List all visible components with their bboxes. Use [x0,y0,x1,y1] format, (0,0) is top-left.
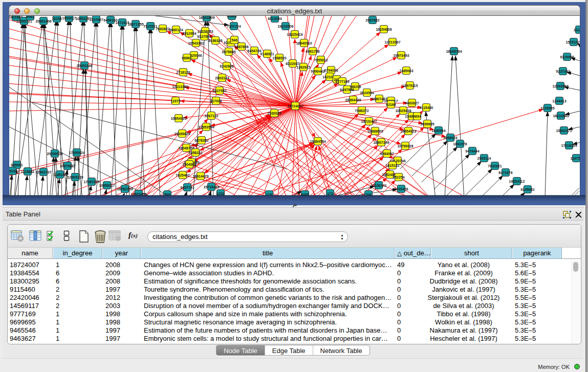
svg-text:111246: 111246 [574,28,580,32]
svg-text:9694: 9694 [413,115,421,118]
svg-text:6794028: 6794028 [324,69,338,72]
svg-text:9474444: 9474444 [465,149,479,153]
svg-text:14136141: 14136141 [371,184,386,187]
svg-text:10973493: 10973493 [393,54,409,57]
svg-text:7986372: 7986372 [355,109,368,113]
svg-text:2718126: 2718126 [176,71,190,74]
svg-text:17359924: 17359924 [69,151,84,155]
svg-text:8912954: 8912954 [182,32,196,35]
svg-text:1527607: 1527607 [89,18,103,21]
svg-text:2081: 2081 [26,16,34,18]
svg-text:9242848: 9242848 [220,64,233,68]
svg-text:18807249: 18807249 [373,141,389,144]
svg-text:16033809: 16033809 [199,16,214,19]
svg-text:16671355: 16671355 [127,23,143,26]
svg-text:62160: 62160 [386,103,396,106]
svg-text:8813054: 8813054 [268,17,281,20]
svg-text:9457791: 9457791 [180,186,194,189]
svg-text:7955812: 7955812 [314,58,328,62]
svg-text:19218506: 19218506 [277,25,293,28]
svg-text:9227342: 9227342 [556,70,570,73]
svg-text:2530025: 2530025 [267,112,281,115]
svg-text:6961758: 6961758 [306,50,319,53]
svg-text:9084067: 9084067 [380,152,394,156]
svg-text:16782759: 16782759 [117,187,133,191]
svg-text:12505135: 12505135 [67,176,83,179]
svg-text:10958117: 10958117 [99,184,115,187]
svg-text:2935114: 2935114 [477,157,491,160]
svg-text:17016504: 17016504 [561,144,577,147]
svg-text:8878352: 8878352 [194,139,208,142]
svg-text:1903017: 1903017 [62,16,76,20]
svg-text:9146821: 9146821 [260,52,274,56]
svg-text:16640910: 16640910 [296,41,312,45]
svg-text:1362615: 1362615 [296,65,310,69]
svg-text:2087682: 2087682 [365,18,379,22]
svg-text:19384554: 19384554 [310,140,325,143]
svg-text:9245652: 9245652 [520,188,534,191]
svg-text:20053346: 20053346 [76,64,92,68]
svg-text:2803144: 2803144 [215,76,229,80]
svg-text:10688609: 10688609 [367,129,383,133]
svg-text:9699695: 9699695 [420,122,434,126]
svg-text:10025438: 10025438 [395,109,411,113]
svg-text:2667608: 2667608 [234,45,248,49]
svg-text:116753: 116753 [571,157,580,160]
svg-text:18724007: 18724007 [287,104,303,108]
svg-text:8454749: 8454749 [247,49,261,53]
svg-text:16648784: 16648784 [446,50,462,53]
svg-text:9329966: 9329966 [560,55,574,59]
svg-text:1640954: 1640954 [431,129,445,133]
svg-text:252254: 252254 [393,176,404,179]
svg-text:9115460: 9115460 [420,106,433,110]
svg-text:3267110: 3267110 [205,114,219,118]
svg-text:1145194: 1145194 [53,173,67,177]
svg-text:12975115: 12975115 [402,84,418,87]
svg-text:7632621: 7632621 [488,164,502,168]
svg-text:20364436: 20364436 [345,98,361,102]
svg-text:80463: 80463 [227,16,237,18]
svg-text:8660124: 8660124 [169,28,183,32]
svg-text:16914479: 16914479 [192,174,208,178]
svg-text:10543382: 10543382 [188,41,204,45]
svg-text:15751074: 15751074 [565,40,580,44]
svg-text:20691406: 20691406 [35,19,51,23]
svg-text:546: 546 [231,38,237,42]
svg-text:8186328: 8186328 [208,39,222,42]
svg-text:12942737: 12942737 [35,170,51,174]
svg-text:16210643: 16210643 [553,114,569,118]
svg-text:39154: 39154 [9,169,17,173]
svg-text:3624554: 3624554 [360,91,374,95]
svg-text:7357224: 7357224 [227,25,241,28]
svg-text:1691976: 1691976 [453,142,467,146]
svg-text:9327500: 9327500 [197,35,211,38]
svg-text:15720407: 15720407 [361,120,377,123]
svg-text:6497508: 6497508 [340,88,354,92]
svg-text:1733426: 1733426 [394,187,408,191]
svg-text:1604994: 1604994 [182,163,196,166]
svg-text:9463627: 9463627 [405,101,419,105]
svg-text:3215955: 3215955 [540,106,554,110]
svg-text:19654923: 19654923 [400,129,416,133]
svg-text:8471676: 8471676 [498,171,512,174]
svg-text:10975887: 10975887 [59,164,75,168]
svg-text:16156: 16156 [52,17,62,20]
svg-text:8427552: 8427552 [212,89,226,93]
svg-text:12213389: 12213389 [172,85,188,89]
svg-text:12213967: 12213967 [384,40,400,44]
svg-text:9990443: 9990443 [311,70,324,73]
svg-text:12093582: 12093582 [552,84,568,88]
svg-text:15716485: 15716485 [203,185,219,189]
svg-text:10654112: 10654112 [509,180,525,183]
svg-text:19166829: 19166829 [174,132,190,136]
svg-text:9777169: 9777169 [335,80,349,83]
svg-text:1115682: 1115682 [21,170,35,173]
svg-text:8322037: 8322037 [286,62,299,65]
svg-text:1588520: 1588520 [272,56,286,60]
svg-text:15692971: 15692971 [556,129,572,133]
svg-text:10654925: 10654925 [170,117,186,120]
svg-text:3875685: 3875685 [222,50,235,54]
svg-text:5498222: 5498222 [188,151,202,155]
svg-text:98961: 98961 [182,56,192,60]
svg-text:17957255: 17957255 [83,180,99,184]
